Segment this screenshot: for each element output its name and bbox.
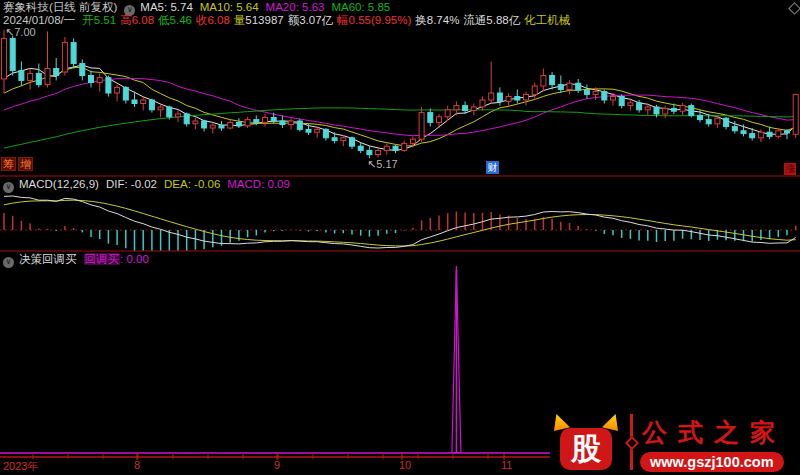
float-value: 5.88亿 [486, 14, 520, 26]
open-value: 5.51 [94, 14, 116, 26]
trade-date: 2024/01/08/一 [3, 14, 75, 26]
change-label: 幅 [337, 14, 349, 26]
logo-site-url: www.gszj100.com [640, 452, 784, 472]
collapse-macd-icon[interactable]: ∨ [3, 182, 14, 193]
ma10-value: MA10: 5.64 [200, 1, 259, 13]
volume-label: 量 [234, 14, 246, 26]
turnover-label: 换 [415, 14, 427, 26]
collapse-signal-icon[interactable]: ∨ [3, 257, 14, 268]
stock-app-window: { "header": { "title": "赛象科技(日线 前复权)", "… [0, 0, 800, 475]
macd-formula: MACD(12,26,9) [19, 178, 99, 190]
logo-site-name: 公式之家 [642, 416, 786, 449]
dif-value: DIF: -0.02 [106, 178, 157, 190]
industry-link[interactable]: 化工机械 [524, 14, 570, 26]
chart-canvas[interactable] [0, 0, 800, 475]
high-arrow-icon: ↖ [5, 26, 14, 38]
macd-panel[interactable] [0, 196, 800, 251]
high-value: 6.08 [132, 14, 154, 26]
header-line-2: 2024/01/08/一开5.51高6.08低5.46收6.08量513987额… [3, 14, 570, 27]
axis-month-label: 10 [399, 459, 411, 471]
open-label: 开 [82, 14, 94, 26]
axis-year-label: 2023年 [3, 459, 38, 474]
amount-label: 额 [288, 14, 300, 26]
macd-header: ∨MACD(12,26,9)DIF: -0.02DEA: -0.06MACD: … [3, 178, 297, 193]
logo-diamond-icon [625, 436, 639, 450]
signal-panel-header: ∨决策回调买回调买: 0.00 [3, 253, 149, 268]
close-label: 收 [196, 14, 208, 26]
signal-badge: 回调买 [84, 253, 121, 265]
axis-month-label: 8 [134, 459, 140, 471]
high-label: 高 [120, 14, 132, 26]
ma60-value: MA60: 5.85 [331, 1, 390, 13]
axis-month-label: 9 [274, 459, 280, 471]
news-marker-badge[interactable]: 财 [486, 161, 499, 174]
float-label: 流通 [463, 14, 486, 26]
dea-value: DEA: -0.06 [164, 178, 220, 190]
gszj-watermark-logo: 股 公式之家 www.gszj100.com [550, 408, 800, 475]
signal-title: 决策回调买 [19, 253, 77, 265]
chip-increase-badge: 筹增 [1, 154, 35, 172]
gu-character-badge: 股 [560, 428, 612, 470]
signal-value: : 0.00 [120, 253, 149, 265]
axis-month-label: 11 [501, 459, 512, 471]
stock-title: 赛象科技(日线 前复权) [3, 1, 117, 13]
volume-value: 513987 [245, 14, 283, 26]
close-value: 6.08 [207, 14, 229, 26]
candlestick-panel[interactable] [0, 30, 800, 176]
low-price-marker: ↖5.17 [367, 158, 398, 171]
change-value: 0.55(9.95%) [349, 14, 412, 26]
high-price-marker: ↖7.00 [5, 26, 36, 39]
low-arrow-icon: ↖ [367, 158, 376, 170]
ma5-value: MA5: 5.74 [140, 1, 192, 13]
limit-up-badge[interactable]: 涨 [784, 163, 796, 175]
amount-value: 3.07亿 [299, 14, 333, 26]
low-value: 5.46 [170, 14, 192, 26]
ma20-value: MA20: 5.63 [266, 1, 325, 13]
macd-value: MACD: 0.09 [227, 178, 290, 190]
turnover-value: 8.74% [427, 14, 460, 26]
low-label: 低 [158, 14, 170, 26]
